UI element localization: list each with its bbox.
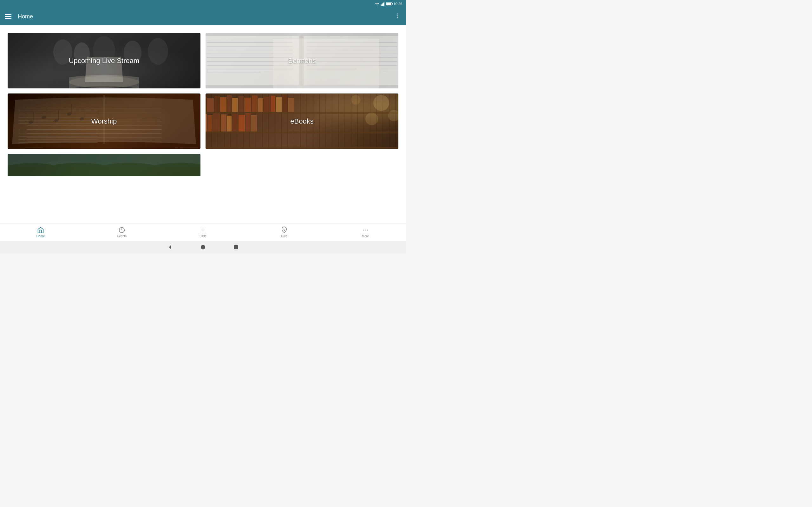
svg-point-44 [29,120,34,124]
svg-rect-80 [251,115,257,131]
svg-rect-67 [264,97,270,112]
card-worship-label: Worship [91,117,117,125]
cards-grid: Upcoming Live Stream [8,33,398,149]
svg-point-6 [397,17,398,18]
svg-rect-60 [220,97,226,112]
svg-point-46 [54,118,59,122]
card-worship[interactable]: Worship [8,94,200,149]
svg-point-96 [201,245,205,249]
more-nav-icon [362,226,369,234]
svg-rect-62 [232,98,238,112]
nav-item-bible[interactable]: Bible [162,224,244,240]
svg-point-45 [41,115,46,119]
svg-rect-75 [221,114,226,131]
status-time: 10:26 [393,2,402,6]
home-circle-button[interactable] [199,243,207,251]
svg-rect-77 [232,114,238,131]
wifi-icon [375,2,379,6]
svg-rect-3 [385,2,385,6]
nav-item-give[interactable]: Give [244,224,325,240]
nav-label-home: Home [37,234,45,238]
svg-point-11 [148,38,168,65]
bottom-nav: Home Events Bible Give [0,223,406,241]
svg-rect-73 [207,115,212,131]
status-bar: 10:26 [0,0,406,8]
events-nav-icon [118,226,125,234]
svg-rect-68 [271,96,275,112]
nav-item-events[interactable]: Events [81,224,162,240]
svg-rect-70 [282,95,287,112]
svg-rect-0 [380,4,382,6]
status-icons: 10:26 [375,2,402,6]
svg-rect-72 [206,114,207,131]
give-nav-icon [281,226,288,234]
app-bar-left: Home [5,13,33,20]
svg-point-84 [351,95,361,105]
nav-item-home[interactable]: Home [0,224,81,240]
card-partial[interactable] [8,154,200,176]
svg-rect-65 [252,95,258,112]
card-live-stream[interactable]: Upcoming Live Stream [8,33,200,89]
nav-label-bible: Bible [200,234,206,238]
svg-point-94 [367,230,368,231]
main-content: Upcoming Live Stream [0,25,406,228]
svg-rect-64 [244,98,251,112]
svg-rect-61 [227,95,232,112]
svg-point-82 [365,112,378,125]
svg-rect-71 [288,98,294,112]
svg-rect-74 [213,113,220,131]
card-live-stream-label: Upcoming Live Stream [69,57,140,65]
card-ebooks[interactable]: eBooks [206,94,398,149]
battery-icon [386,2,392,5]
card-partial-bg-illustration [8,154,200,176]
svg-rect-1 [382,3,383,6]
svg-point-92 [363,230,364,231]
card-sermons[interactable]: Sermons [206,33,398,89]
nav-label-give: Give [281,234,288,238]
app-title: Home [18,13,33,20]
svg-rect-63 [239,96,244,112]
recent-apps-button[interactable] [232,243,240,251]
system-nav [0,241,406,253]
card-ebooks-label: eBooks [290,117,313,125]
svg-point-47 [67,112,72,116]
nav-item-more[interactable]: More [325,224,406,240]
svg-rect-2 [383,3,384,6]
back-button[interactable] [166,243,174,251]
svg-rect-58 [207,98,214,112]
signal-icon [380,2,385,6]
svg-point-48 [79,117,84,121]
svg-marker-95 [169,245,171,249]
cards-bottom-row [8,154,398,176]
svg-point-5 [397,15,398,16]
svg-point-93 [365,230,366,231]
card-sermons-label: Sermons [288,57,316,65]
svg-point-4 [397,13,398,14]
app-bar: Home [0,8,406,25]
home-nav-icon [37,226,44,234]
svg-rect-79 [246,113,251,131]
nav-label-events: Events [117,234,127,238]
more-vert-button[interactable] [395,13,401,20]
svg-rect-76 [227,116,232,131]
svg-point-81 [373,95,389,111]
svg-rect-15 [206,36,299,85]
svg-point-83 [388,110,398,121]
svg-rect-55 [206,131,398,133]
svg-rect-57 [206,97,206,112]
hamburger-menu-button[interactable] [5,14,11,19]
svg-rect-56 [206,147,398,149]
bible-nav-icon [199,226,207,234]
nav-label-more: More [362,234,369,238]
svg-rect-97 [234,245,238,249]
svg-rect-59 [214,96,219,112]
svg-rect-66 [258,98,263,112]
svg-rect-14 [302,36,398,85]
svg-rect-78 [239,115,245,131]
svg-rect-69 [276,97,282,112]
